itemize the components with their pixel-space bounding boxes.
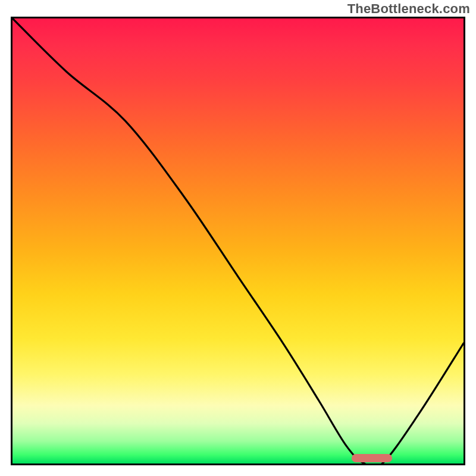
bottleneck-curve [12, 18, 464, 464]
optimum-range-marker [352, 454, 392, 462]
plot-area [11, 17, 465, 465]
chart-stage: TheBottleneck.com [0, 0, 476, 476]
watermark-text: TheBottleneck.com [347, 1, 470, 17]
